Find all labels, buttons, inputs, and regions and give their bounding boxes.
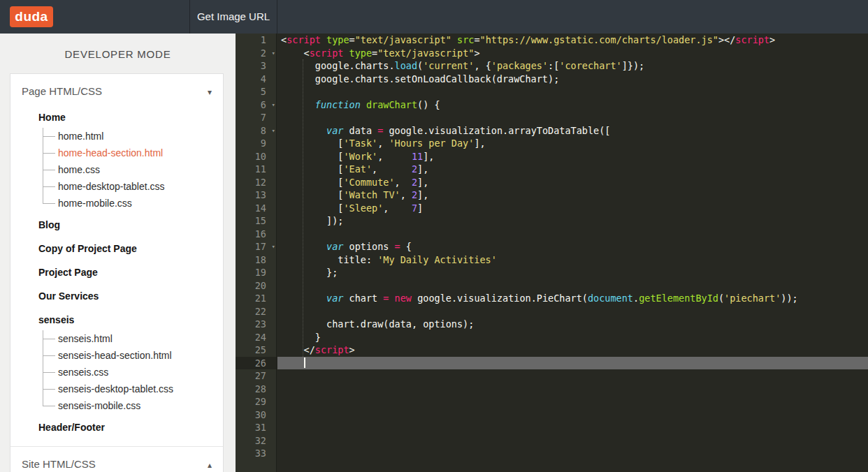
gutter-line[interactable]: 32	[236, 434, 276, 448]
gutter-line[interactable]: 23	[236, 318, 276, 331]
code-editor[interactable]: 12▾3456▾78▾91011121314151617▾18192021222…	[236, 34, 868, 472]
code-line[interactable]	[277, 279, 868, 293]
gutter-line[interactable]: 29	[236, 395, 276, 408]
code-line[interactable]: title: 'My Daily Activities'	[277, 253, 868, 267]
gutter-line[interactable]: 5	[236, 85, 276, 98]
code-line[interactable]: </script>	[277, 344, 868, 357]
tree-file[interactable]: senseis.css	[10, 364, 223, 381]
code-line[interactable]	[277, 447, 868, 460]
code-line[interactable]: google.charts.load('current', {'packages…	[277, 59, 868, 73]
section-page-html-css[interactable]: Page HTML/CSS ▾	[10, 74, 223, 105]
gutter-line[interactable]: 19	[236, 266, 276, 279]
code-line[interactable]	[277, 369, 868, 383]
code-line[interactable]	[277, 305, 868, 318]
code-line[interactable]: };	[277, 266, 868, 279]
code-line[interactable]	[277, 421, 868, 434]
code-line[interactable]: ['Sleep', 7]	[277, 202, 868, 215]
code-line[interactable]: ]);	[277, 214, 868, 228]
gutter-line[interactable]: 4	[236, 73, 276, 86]
gutter-line[interactable]: 28	[236, 383, 276, 396]
code-line[interactable]	[277, 228, 868, 241]
code-line[interactable]: ['Eat', 2],	[277, 163, 868, 176]
gutter-line[interactable]: 2▾	[236, 47, 276, 60]
code-line[interactable]: ['Work', 11],	[277, 150, 868, 163]
tree-file[interactable]: senseis-head-section.html	[10, 347, 223, 364]
gutter-line[interactable]: 14	[236, 202, 276, 215]
code-line[interactable]: google.charts.setOnLoadCallback(drawChar…	[277, 73, 868, 86]
code-token: ],	[417, 189, 428, 200]
code-token: title:	[281, 254, 377, 265]
fold-toggle-icon[interactable]: ▾	[272, 240, 275, 253]
tree-file[interactable]: senseis-mobile.css	[10, 397, 223, 414]
tree-file[interactable]: home.html	[10, 128, 223, 145]
gutter-line[interactable]: 17▾	[236, 240, 276, 253]
tree-file[interactable]: home-head-section.html	[10, 145, 223, 161]
tree-file[interactable]: senseis.html	[10, 330, 223, 347]
gutter-line[interactable]: 8▾	[236, 124, 276, 138]
code-line[interactable]: var chart = new google.visualization.Pie…	[277, 292, 868, 305]
code-line[interactable]	[277, 85, 868, 98]
code-line[interactable]	[277, 111, 868, 124]
get-image-url-button[interactable]: Get Image URL	[189, 0, 277, 34]
tree-folder[interactable]: Home	[10, 107, 223, 128]
gutter-line[interactable]: 10	[236, 150, 276, 163]
gutter-line[interactable]: 27	[236, 369, 276, 383]
code-line[interactable]: ['Task', 'Hours per Day'],	[277, 137, 868, 150]
tree-folder[interactable]: Project Page	[10, 262, 223, 283]
code-token: 'Watch TV'	[343, 189, 400, 200]
tree-file[interactable]: senseis-desktop-tablet.css	[10, 381, 223, 397]
gutter-line[interactable]: 31	[236, 421, 276, 434]
tree-file[interactable]: home-mobile.css	[10, 195, 223, 212]
code-line[interactable]: chart.draw(data, options);	[277, 318, 868, 331]
code-line[interactable]: <script type="text/javascript">	[277, 47, 868, 60]
gutter-line[interactable]: 26	[236, 357, 276, 370]
gutter-line[interactable]: 7	[236, 111, 276, 124]
tree-folder[interactable]: Copy of Project Page	[10, 238, 223, 259]
gutter-line[interactable]: 9	[236, 137, 276, 150]
gutter-line[interactable]: 30	[236, 408, 276, 422]
gutter-line[interactable]: 16	[236, 228, 276, 241]
gutter-line[interactable]: 18	[236, 253, 276, 267]
code-line[interactable]: ['Watch TV', 2],	[277, 189, 868, 202]
tree-folder[interactable]: Blog	[10, 214, 223, 235]
gutter-line[interactable]: 6▾	[236, 98, 276, 112]
code-line[interactable]	[277, 408, 868, 422]
gutter-line[interactable]: 21	[236, 292, 276, 305]
fold-toggle-icon[interactable]: ▾	[272, 124, 275, 138]
tree-group: Header/Footer	[10, 417, 223, 438]
editor-code-area[interactable]: <script type="text/javascript" src="http…	[277, 34, 868, 472]
gutter-line[interactable]: 1	[236, 34, 276, 47]
code-line[interactable]: }	[277, 331, 868, 344]
gutter-line[interactable]: 15	[236, 214, 276, 228]
line-number: 18	[255, 254, 266, 265]
tree-file[interactable]: home-desktop-tablet.css	[10, 178, 223, 195]
code-line[interactable]: <script type="text/javascript" src="http…	[277, 34, 868, 47]
gutter-line[interactable]: 12	[236, 176, 276, 189]
code-line[interactable]: ['Commute', 2],	[277, 176, 868, 189]
code-line[interactable]	[277, 434, 868, 448]
tree-folder[interactable]: senseis	[10, 309, 223, 330]
code-line[interactable]	[277, 357, 868, 370]
section-site-html-css[interactable]: Site HTML/CSS ▴	[10, 447, 223, 472]
code-token: 'Commute'	[343, 177, 394, 188]
fold-toggle-icon[interactable]: ▾	[272, 47, 275, 60]
gutter-line[interactable]: 13	[236, 189, 276, 202]
gutter-line[interactable]: 25	[236, 344, 276, 357]
code-token: [	[281, 138, 343, 149]
gutter-line[interactable]: 22	[236, 305, 276, 318]
code-token: new	[395, 293, 412, 304]
code-line[interactable]: var data = google.visualization.arrayToD…	[277, 124, 868, 138]
gutter-line[interactable]: 24	[236, 331, 276, 344]
gutter-line[interactable]: 33	[236, 447, 276, 460]
gutter-line[interactable]: 3	[236, 59, 276, 73]
code-line[interactable]	[277, 395, 868, 408]
gutter-line[interactable]: 20	[236, 279, 276, 293]
code-line[interactable]: var options = {	[277, 240, 868, 253]
tree-file[interactable]: home.css	[10, 161, 223, 178]
code-line[interactable]	[277, 383, 868, 396]
tree-folder[interactable]: Our Services	[10, 286, 223, 307]
fold-toggle-icon[interactable]: ▾	[272, 98, 275, 112]
gutter-line[interactable]: 11	[236, 163, 276, 176]
tree-folder[interactable]: Header/Footer	[10, 417, 223, 438]
code-line[interactable]: function drawChart() {	[277, 98, 868, 112]
